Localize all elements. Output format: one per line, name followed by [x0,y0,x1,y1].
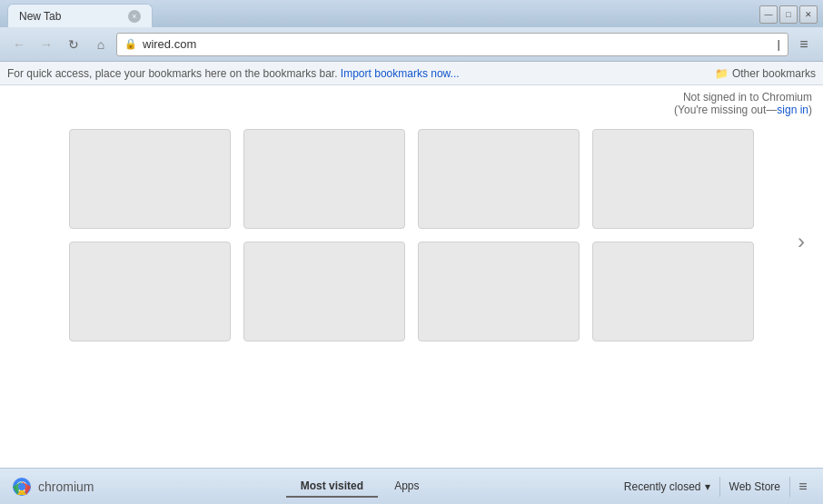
bookmarks-bar: For quick access, place your bookmarks h… [0,62,823,85]
chromium-icon [11,476,33,498]
bottom-tabs: Most visited Apps [104,476,614,498]
thumbnails-row-2 [69,242,754,341]
back-button[interactable]: ← [7,33,31,56]
thumbnail-2[interactable] [243,129,405,229]
menu-button[interactable]: ≡ [792,33,816,56]
address-text: wired.com [143,37,772,51]
bottom-bar: chromium Most visited Apps Recently clos… [0,468,823,504]
signin-line1: Not signed in to Chromium [11,91,812,104]
address-bar[interactable]: 🔒 wired.com | [116,33,788,56]
minimize-button[interactable]: — [759,5,778,24]
window-controls: — □ ✕ [754,2,823,27]
chromium-text: chromium [38,479,94,494]
thumbnail-1[interactable] [69,129,231,229]
import-bookmarks-link[interactable]: Import bookmarks now... [341,67,460,80]
dropdown-arrow-icon: ▾ [705,480,710,493]
signin-notice: Not signed in to Chromium (You're missin… [0,85,823,120]
thumbnails-section: › [0,120,823,363]
cursor-indicator: | [778,37,780,51]
tab-close-button[interactable]: × [128,10,141,23]
browser-chrome: ← → ↻ ⌂ 🔒 wired.com | ≡ For quick access… [0,27,823,495]
thumbnail-4[interactable] [592,129,754,229]
new-tab[interactable]: New Tab × [7,4,153,27]
thumbnail-5[interactable] [69,242,231,341]
window-close-button[interactable]: ✕ [799,5,818,24]
main-content: Not signed in to Chromium (You're missin… [0,85,823,495]
bottom-right-controls: Recently closed ▾ Web Store ≡ [615,474,823,499]
home-button[interactable]: ⌂ [89,33,113,56]
thumbnails-row-1 [69,129,754,229]
recently-closed-button[interactable]: Recently closed ▾ [615,477,720,497]
web-store-button[interactable]: Web Store [720,477,790,497]
address-lock-icon: 🔒 [124,38,137,50]
thumbnail-6[interactable] [243,242,405,341]
tab-strip: New Tab × [0,4,754,27]
signin-link[interactable]: sign in [777,104,808,116]
signin-line2: (You're missing out—sign in) [11,104,812,116]
reload-button[interactable]: ↻ [62,33,85,56]
other-bookmarks-button[interactable]: 📁 Other bookmarks [715,67,816,80]
thumbnail-8[interactable] [592,242,754,341]
tab-label: New Tab [19,10,61,23]
most-visited-tab[interactable]: Most visited [286,476,378,498]
svg-point-2 [18,483,25,490]
apps-tab[interactable]: Apps [380,476,433,498]
next-page-button[interactable]: › [798,229,805,254]
thumbnail-3[interactable] [418,129,580,229]
thumbnail-7[interactable] [418,242,580,341]
bookmarks-text: For quick access, place your bookmarks h… [7,67,715,80]
chromium-logo: chromium [0,476,104,498]
toolbar: ← → ↻ ⌂ 🔒 wired.com | ≡ [0,27,823,62]
title-bar: New Tab × — □ ✕ [0,0,823,27]
maximize-button[interactable]: □ [779,5,798,24]
folder-icon: 📁 [715,67,729,80]
forward-button[interactable]: → [35,33,58,56]
settings-button[interactable]: ≡ [790,474,816,499]
